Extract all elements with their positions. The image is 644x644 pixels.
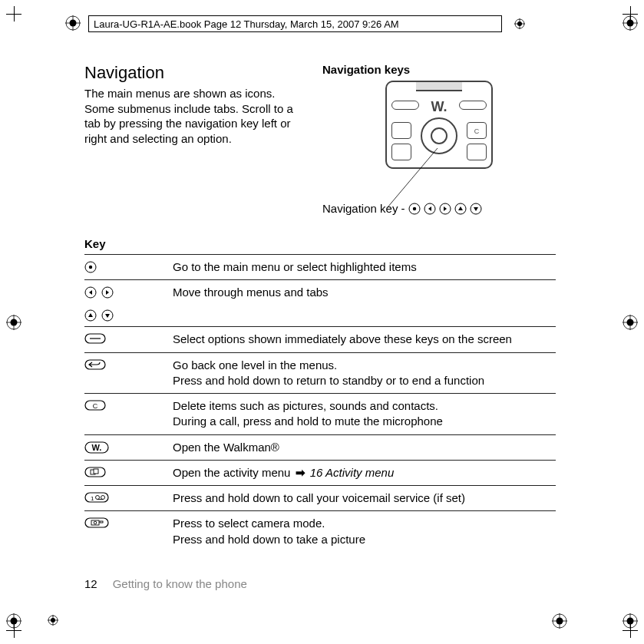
phone-figure: W. C [322, 81, 556, 171]
registration-mark-icon [48, 615, 58, 626]
phone-illustration: W. C [385, 81, 493, 169]
table-row: Go back one level in the menus. Press an… [84, 353, 556, 395]
figure-title: Navigation keys [322, 63, 556, 76]
desc-prefix: Open the activity menu [173, 466, 294, 479]
table-row: Move through menus and tabs [84, 280, 556, 327]
svg-text:W.: W. [92, 443, 102, 452]
key-description: Press to select camera mode. Press and h… [173, 516, 556, 547]
key-description: Move through menus and tabs [173, 285, 556, 322]
section-name: Getting to know the phone [113, 577, 247, 590]
crop-mark [6, 6, 21, 21]
back-key-illustration [391, 122, 411, 139]
key-description: Press and hold down to call your voicema… [173, 490, 556, 506]
key-table-header: Key [84, 233, 556, 255]
nav-left-icon [84, 286, 97, 299]
arrow-icon: ➡ [296, 466, 305, 479]
key-table: Key Go to the main menu or select highli… [84, 233, 556, 552]
document-header-text: Laura-UG-R1A-AE.book Page 12 Thursday, M… [94, 18, 399, 30]
back-key-icon [84, 359, 106, 370]
registration-mark-icon [623, 315, 638, 330]
section-paragraph: The main menus are shown as icons. Some … [84, 86, 299, 146]
nav-down-icon [101, 309, 114, 322]
table-row: Select options shown immediately above t… [84, 327, 556, 352]
document-header: Laura-UG-R1A-AE.book Page 12 Thursday, M… [88, 15, 502, 32]
key-description: Go to the main menu or select highlighte… [173, 259, 556, 275]
svg-point-66 [94, 521, 97, 524]
registration-mark-icon [623, 613, 638, 629]
nav-right-icon [101, 286, 114, 299]
left-column: Navigation The main menus are shown as i… [84, 63, 299, 215]
navigation-key-callout: Navigation key - [322, 202, 556, 215]
svg-text:1: 1 [91, 495, 94, 502]
voicemail-key-icon: 1 [84, 492, 109, 503]
registration-mark-icon [65, 15, 81, 31]
nav-left-icon [424, 203, 436, 215]
table-row: Press to select camera mode. Press and h… [84, 511, 556, 552]
svg-point-62 [101, 496, 105, 500]
key-description: Open the activity menu ➡ 16 Activity men… [173, 465, 556, 481]
clear-key-illustration: C [467, 122, 487, 139]
clear-key-icon: C [84, 400, 106, 411]
key-description: Select options shown immediately above t… [173, 332, 556, 347]
camera-key-icon [84, 517, 109, 528]
table-row: C Delete items such as pictures, sounds … [84, 394, 556, 435]
activity-key-icon [84, 467, 106, 477]
svg-rect-58 [94, 469, 98, 474]
table-row: Open the activity menu ➡ 16 Activity men… [84, 461, 556, 486]
nav-down-icon [470, 203, 482, 215]
key-description: Open the Walkman® [173, 440, 556, 455]
table-row: 1 Press and hold down to call your voice… [84, 486, 556, 511]
svg-text:C: C [93, 402, 98, 410]
svg-rect-67 [100, 521, 103, 523]
callout-text: Navigation key - [322, 202, 405, 215]
softkey-icon [84, 333, 106, 344]
section-heading: Navigation [84, 63, 299, 83]
walkman-logo-icon: W. [431, 99, 447, 115]
nav-center-icon [408, 203, 421, 215]
key-description: Delete items such as pictures, sounds an… [173, 398, 556, 430]
table-row: Go to the main menu or select highlighte… [84, 255, 556, 280]
table-row: W. Open the Walkman® [84, 435, 556, 461]
page-content: Navigation The main menus are shown as i… [84, 63, 556, 598]
dpad-illustration [421, 117, 457, 154]
nav-up-icon [84, 309, 97, 322]
svg-point-38 [412, 206, 415, 210]
cross-reference: 16 Activity menu [310, 466, 395, 479]
walkman-key-icon: W. [84, 441, 109, 454]
registration-mark-icon [6, 315, 21, 330]
registration-mark-icon [514, 18, 525, 29]
key-description: Go back one level in the menus. Press an… [173, 358, 556, 389]
registration-mark-icon [623, 15, 638, 31]
nav-up-icon [454, 203, 467, 215]
nav-right-icon [439, 203, 451, 215]
registration-mark-icon [552, 613, 567, 629]
svg-point-44 [89, 266, 92, 269]
registration-mark-icon [6, 613, 21, 629]
nav-center-icon [84, 261, 97, 273]
right-column: Navigation keys W. C [322, 63, 556, 215]
page-number: 12 [84, 577, 97, 590]
svg-point-61 [96, 496, 100, 500]
page-footer: 12 Getting to know the phone [84, 577, 247, 590]
